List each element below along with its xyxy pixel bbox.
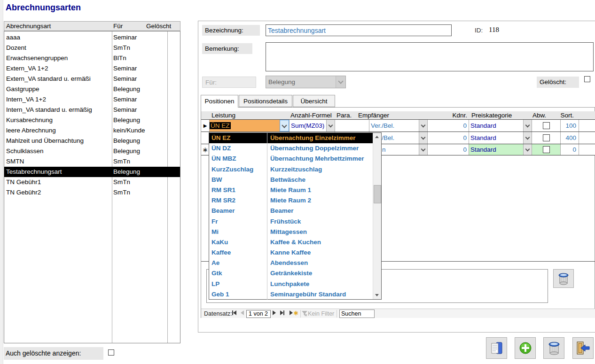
- leistung-combobox[interactable]: ÜN EZ: [210, 120, 290, 132]
- dropdown-item[interactable]: Geb 1Seminargebühr Standard: [209, 289, 381, 300]
- search-input[interactable]: Suchen: [339, 310, 375, 318]
- record-first-icon[interactable]: [232, 310, 236, 315]
- row-selector-current[interactable]: ▶: [201, 120, 210, 132]
- list-header: Abrechnungsart Für Gelöscht: [4, 21, 180, 31]
- record-nav-label: Datensatz:: [204, 310, 232, 317]
- para-cell[interactable]: [335, 120, 369, 132]
- scroll-down-icon[interactable]: [373, 291, 381, 299]
- dropdown-item[interactable]: RM SR2Miete Raum 2: [209, 195, 381, 206]
- kdnr-cell[interactable]: 0: [428, 144, 469, 155]
- fuer-label: Für:: [202, 77, 256, 88]
- list-item[interactable]: Mahlzeit und ÜbernachtungBelegung: [4, 136, 180, 146]
- dropdown-item[interactable]: KaKuKaffee & Kuchen: [209, 237, 381, 248]
- dropdown-item[interactable]: AeAbendessen: [209, 258, 381, 268]
- dropdown-item[interactable]: KurzZuschlagKurzzeitzuschlag: [209, 164, 381, 175]
- show-deleted-checkbox[interactable]: [108, 349, 114, 356]
- dropdown-item[interactable]: ÜN MBZÜbernachtung Mehrbettzimmer: [209, 154, 381, 164]
- chevron-down-icon[interactable]: [523, 144, 532, 155]
- scrollbar-thumb[interactable]: [374, 185, 381, 203]
- chevron-down-icon[interactable]: [419, 132, 427, 144]
- delete-position-button[interactable]: [553, 269, 574, 288]
- dropdown-item[interactable]: BeamerBeamer: [209, 206, 381, 216]
- tab-uebersicht[interactable]: Übersicht: [293, 95, 335, 107]
- record-new-icon[interactable]: ∗: [290, 310, 299, 315]
- abw-cell: [532, 144, 561, 155]
- exit-button[interactable]: [572, 337, 594, 359]
- dropdown-item[interactable]: BWBettwäsche: [209, 175, 381, 185]
- dropdown-scrollbar[interactable]: [373, 133, 381, 299]
- record-prev-icon[interactable]: [241, 310, 244, 315]
- list-item[interactable]: GastgruppeBelegung: [4, 84, 180, 94]
- tab-positionen[interactable]: Positionen: [201, 95, 238, 108]
- sort-cell[interactable]: 0: [561, 144, 579, 155]
- preiskategorie-combobox[interactable]: Standard: [469, 144, 532, 155]
- chevron-down-icon[interactable]: [326, 120, 335, 132]
- kdnr-cell[interactable]: 0: [428, 120, 469, 132]
- bemerkung-input[interactable]: [266, 42, 594, 71]
- sort-cell[interactable]: 100: [561, 120, 579, 132]
- scroll-up-icon[interactable]: [373, 133, 381, 141]
- list-item[interactable]: aaaaSeminar: [4, 32, 180, 43]
- list-item-selected[interactable]: TestabrechnungsartBelegung: [4, 167, 180, 177]
- list-item[interactable]: Extern_VA 1+2Seminar: [4, 63, 180, 74]
- bezeichnung-label: Bezeichnung:: [202, 25, 260, 36]
- add-button[interactable]: [515, 337, 536, 359]
- show-deleted-label: Auch gelöschte anzeigen:: [4, 347, 103, 360]
- bezeichnung-input[interactable]: [266, 24, 452, 36]
- list-item[interactable]: SMTNSmTn: [4, 156, 180, 167]
- filter-status[interactable]: Kein Filter: [308, 310, 334, 317]
- list-item[interactable]: TN Gebühr1SmTn: [4, 177, 180, 187]
- copy-button[interactable]: [486, 337, 507, 359]
- dropdown-item[interactable]: ÜN DZÜbernachtung Doppelzimmer: [209, 143, 381, 154]
- dropdown-item[interactable]: FrFrühstück: [209, 217, 381, 227]
- preiskategorie-combobox[interactable]: Standard: [469, 120, 532, 132]
- chevron-down-icon[interactable]: [523, 120, 532, 132]
- preiskategorie-combobox[interactable]: Standard: [469, 132, 532, 144]
- empfaenger-combobox[interactable]: Ver./Bel.: [369, 120, 428, 132]
- grid-header: Leistung Anzahl-Formel Para. Empfänger K…: [201, 111, 595, 120]
- geloescht-checkbox[interactable]: [584, 76, 590, 82]
- record-last-icon[interactable]: [280, 310, 284, 315]
- abw-checkbox[interactable]: [543, 122, 550, 129]
- anzahl-formel-combobox[interactable]: Sum(MZ03): [290, 120, 335, 132]
- chevron-down-icon[interactable]: [419, 144, 427, 155]
- list-item[interactable]: leere Abrechnungkein/Kunde: [4, 125, 180, 136]
- dropdown-item[interactable]: LPLunchpakete: [209, 279, 381, 289]
- dropdown-item[interactable]: MiMittagessen: [209, 227, 381, 237]
- dropdown-item[interactable]: RM SR1Miete Raum 1: [209, 185, 381, 195]
- add-icon: [518, 341, 532, 355]
- record-position[interactable]: 1 von 2: [246, 310, 271, 318]
- list-item[interactable]: TN Gebühr2SmTn: [4, 187, 180, 198]
- exit-door-icon: [576, 341, 591, 355]
- list-item[interactable]: Extern_VA standard u. ermäßiSeminar: [4, 74, 180, 84]
- filler-cell: [579, 132, 595, 144]
- list-item[interactable]: Intern_VA 1+2Seminar: [4, 94, 180, 105]
- nav-separator: [337, 310, 337, 318]
- sort-cell[interactable]: 400: [561, 132, 579, 144]
- abw-checkbox[interactable]: [543, 134, 550, 141]
- list-item[interactable]: ErwachsenengruppenBlTn: [4, 53, 180, 63]
- bemerkung-label: Bemerkung:: [202, 43, 252, 54]
- col-kdnr: Kdnr.: [428, 112, 467, 119]
- chevron-down-icon[interactable]: [280, 120, 289, 132]
- list-item[interactable]: DozentSmTn: [4, 43, 180, 53]
- geloescht-label: Gelöscht:: [537, 77, 579, 88]
- abw-checkbox[interactable]: [543, 146, 550, 153]
- delete-button[interactable]: [543, 337, 564, 359]
- col-preiskategorie: Preiskategorie: [471, 112, 512, 119]
- abrechnungsarten-window: { "window": { "title": "Abrechnungsarten…: [0, 0, 595, 364]
- grid-row: ▶ ÜN EZ Sum(MZ03) Ver./Bel. 0 Standard 1…: [201, 120, 595, 132]
- abrechnungsart-list[interactable]: aaaaSeminar DozentSmTn Erwachsenengruppe…: [4, 31, 180, 343]
- list-item[interactable]: SchulklassenBelegung: [4, 146, 180, 156]
- tab-positionsdetails[interactable]: Positionsdetails: [239, 95, 292, 107]
- record-next-icon[interactable]: [273, 310, 276, 315]
- chevron-down-icon[interactable]: [419, 120, 427, 132]
- dropdown-item[interactable]: KaffeeKanne Kaffee: [209, 248, 381, 258]
- list-item[interactable]: KursabrechnungBelegung: [4, 115, 180, 125]
- dropdown-item[interactable]: GtkGetränkekiste: [209, 268, 381, 279]
- kdnr-cell[interactable]: 0: [428, 132, 469, 144]
- panel-border: [198, 332, 595, 333]
- list-item[interactable]: Intern_VA standard u. ermäßigSeminar: [4, 105, 180, 115]
- chevron-down-icon[interactable]: [523, 132, 532, 144]
- dropdown-item-selected[interactable]: ÜN EZÜbernachtung Einzelzimmer: [209, 133, 381, 143]
